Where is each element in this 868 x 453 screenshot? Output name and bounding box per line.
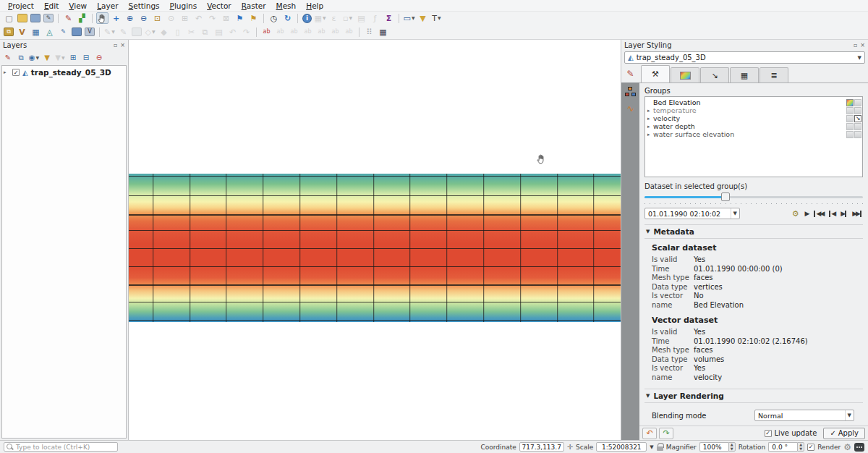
save-project-as-icon[interactable]: ✎	[43, 14, 54, 22]
project-colors-icon[interactable]: ▞	[76, 12, 88, 24]
add-postgis-layer-icon[interactable]	[72, 27, 82, 36]
float-panel-icon[interactable]: ▫	[854, 43, 857, 48]
menu-plugins[interactable]: Plugins	[165, 1, 203, 10]
show-bookmarks-icon[interactable]: ⚑	[247, 12, 260, 24]
expand-icon[interactable]: ▸	[647, 132, 653, 137]
group-row-water-surface-elevation[interactable]: ▸water surface elevation	[647, 130, 861, 138]
collapse-all-icon[interactable]: ⊟	[80, 53, 92, 64]
locator-search-input[interactable]: Type to locate (Ctrl+K)	[4, 442, 118, 452]
tab-mesh-frame[interactable]: ▦	[730, 67, 759, 82]
save-project-icon[interactable]	[30, 14, 41, 22]
menu-layer[interactable]: Layer	[92, 1, 123, 10]
dataset-settings-icon[interactable]: ⚙	[792, 210, 799, 218]
identify-features-icon[interactable]: i	[302, 14, 312, 23]
add-group-icon[interactable]: ⧉	[15, 53, 27, 64]
add-mesh-layer-icon[interactable]: ◬	[43, 26, 56, 38]
zoom-full-extent-icon[interactable]: ⊡	[151, 12, 163, 24]
scale-combo[interactable]: 1:52008321	[596, 442, 647, 452]
metadata-section-header[interactable]: ▼ Metadata	[644, 224, 863, 239]
coordinate-input[interactable]: 717.3,113.7	[519, 442, 564, 452]
style-manager-icon[interactable]: ✎	[62, 12, 75, 24]
layer-labeling-options-icon[interactable]: ab	[260, 26, 273, 38]
expand-icon[interactable]: ▸	[647, 108, 653, 114]
rotation-value[interactable]: 0.0 °	[768, 442, 797, 452]
group-row-velocity[interactable]: ▸velocity↘	[647, 114, 861, 122]
lock-scale-icon[interactable]	[657, 443, 663, 451]
dot-grid-icon[interactable]: ⠿	[363, 26, 375, 38]
manage-map-themes-icon[interactable]: ◉▼	[28, 53, 40, 64]
layer-visibility-checkbox[interactable]: ✓	[12, 69, 20, 76]
pan-to-selection-icon[interactable]: +	[110, 12, 122, 24]
expand-icon[interactable]: ▸	[647, 124, 653, 130]
refresh-map-icon[interactable]: ↻	[281, 12, 294, 24]
style-undo-button[interactable]: ↶	[642, 428, 657, 439]
rotation-spinner[interactable]: 0.0 ° ▲▼	[768, 442, 804, 452]
apply-button[interactable]: ✓ Apply	[823, 428, 865, 439]
layer-selector[interactable]: ◭ trap_steady_05_3D ▼	[624, 51, 865, 64]
new-project-icon[interactable]: ▢	[3, 12, 15, 24]
expand-icon[interactable]: ▸	[4, 69, 9, 75]
render-checkbox[interactable]: ✓	[807, 444, 814, 451]
nodes-3d-icon[interactable]	[621, 82, 639, 100]
expand-icon[interactable]: ▸	[647, 116, 653, 122]
chevron-down-icon[interactable]: ▼	[650, 444, 653, 450]
open-layer-styling-icon[interactable]: ✎	[2, 53, 14, 64]
play-icon[interactable]: ▶	[805, 211, 809, 217]
menu-mesh[interactable]: Mesh	[271, 1, 302, 10]
map-canvas[interactable]	[129, 40, 621, 440]
menu-settings[interactable]: Settings	[124, 1, 165, 10]
zoom-in-icon[interactable]: ⊕	[124, 12, 136, 24]
statistics-summary-icon[interactable]: Σ	[383, 12, 395, 24]
layer-tree-item[interactable]: ▸ ✓ ◭ trap_steady_05_3D	[4, 68, 124, 77]
magnifier-value[interactable]: 100%	[699, 442, 728, 452]
group-row-temperature[interactable]: ▸temperature	[647, 106, 861, 114]
prev-frame-icon[interactable]: ◀	[829, 211, 835, 217]
messages-icon[interactable]	[854, 443, 864, 452]
contour-toggle-icon[interactable]	[846, 107, 854, 114]
expand-all-icon[interactable]: ⊞	[67, 53, 79, 64]
first-frame-icon[interactable]: ◀◀	[814, 211, 823, 217]
filter-legend-icon[interactable]: ▼	[41, 53, 53, 64]
blending-mode-combo[interactable]: Normal ▼	[754, 410, 854, 421]
add-raster-layer-icon[interactable]: ▦	[30, 26, 42, 38]
gear-icon[interactable]: ⚙	[843, 443, 851, 452]
magnifier-spinner[interactable]: 100% ▲▼	[699, 442, 736, 452]
group-row-bed-elevation[interactable]: Bed Elevation	[647, 98, 861, 106]
temporal-controller-icon[interactable]: ◷	[268, 12, 280, 24]
menu-edit[interactable]: Edit	[39, 1, 64, 10]
dataset-time-combo[interactable]: 01.01.1990 02:10:02 ▼	[644, 208, 740, 219]
add-virtual-layer-icon[interactable]: V	[85, 27, 95, 36]
style-redo-button[interactable]: ↷	[659, 428, 673, 439]
new-spatial-bookmark-icon[interactable]: ⚑	[234, 12, 246, 24]
data-source-manager-icon[interactable]: ⧉	[4, 27, 14, 36]
open-project-icon[interactable]	[17, 14, 27, 22]
contour-toggle-icon[interactable]	[846, 115, 854, 122]
tab-vectors[interactable]: ↘	[700, 67, 729, 82]
menu-help[interactable]: Help	[301, 1, 328, 10]
last-frame-icon[interactable]: ▶▶	[852, 211, 861, 217]
layer-rendering-section-header[interactable]: ▼ Layer Rendering	[644, 389, 863, 403]
pan-map-icon[interactable]	[96, 12, 109, 24]
add-delimited-text-icon[interactable]: ✎	[57, 26, 69, 38]
mesh-digitizing-icon[interactable]: ▦	[377, 26, 389, 38]
close-panel-icon[interactable]: ×	[860, 43, 865, 48]
labeling-toolbar-icon[interactable]: ▼	[417, 12, 429, 24]
menu-vector[interactable]: Vector	[202, 1, 236, 10]
remove-layer-icon[interactable]: ⊖	[93, 53, 105, 64]
close-panel-icon[interactable]: ×	[120, 43, 125, 48]
contour-toggle-icon[interactable]	[846, 131, 854, 138]
vector-toggle-icon[interactable]	[854, 99, 861, 106]
vector-toggle-icon[interactable]: ↘	[854, 115, 861, 122]
vector-toggle-icon[interactable]	[854, 123, 861, 130]
dataset-time-slider[interactable]	[644, 192, 863, 201]
measure-icon[interactable]: ▭▼	[403, 12, 415, 24]
spinner-arrows[interactable]: ▲▼	[797, 442, 804, 452]
group-row-water-depth[interactable]: ▸water depth	[647, 122, 861, 130]
contour-toggle-icon[interactable]	[846, 123, 854, 130]
extents-toggle-icon[interactable]: ✛	[567, 444, 573, 451]
elevation-strip-icon[interactable]: ∿	[621, 100, 639, 117]
slider-handle[interactable]	[721, 192, 730, 201]
vector-toggle-icon[interactable]	[854, 107, 861, 114]
spinner-arrows[interactable]: ▲▼	[728, 442, 736, 452]
menu-view[interactable]: View	[64, 1, 92, 10]
